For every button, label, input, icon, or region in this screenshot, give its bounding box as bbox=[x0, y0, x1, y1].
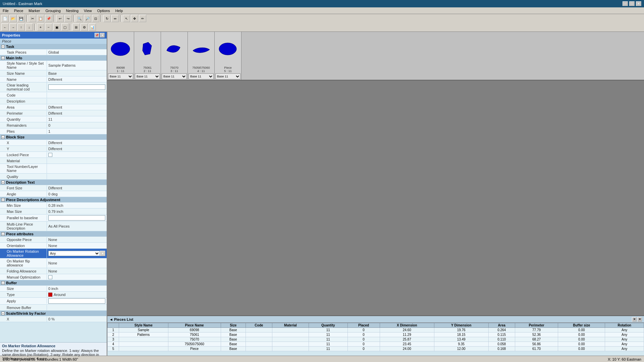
prop-parallel-baseline-label: Parallel to baseline bbox=[0, 215, 47, 221]
menu-options[interactable]: Options bbox=[95, 8, 113, 13]
prop-clear-leading-value[interactable] bbox=[47, 84, 107, 90]
toolbar-row-2: ← → ↑ ↓ + − ▣ ▢ ⊞ ⚙ 📊 bbox=[0, 23, 644, 32]
tb-sep-2 bbox=[54, 15, 55, 22]
section-desc-text[interactable]: − Description Text bbox=[0, 180, 107, 185]
tb-rotate[interactable]: ↻ bbox=[103, 15, 111, 22]
menu-grouping[interactable]: Grouping bbox=[43, 8, 63, 13]
prop-buffer-apply-value[interactable] bbox=[47, 298, 107, 304]
tb-save[interactable]: 💾 bbox=[17, 15, 25, 22]
section-main-info[interactable]: − Main Info bbox=[0, 55, 107, 61]
buffer-type-checkbox[interactable] bbox=[48, 293, 52, 297]
panel-controls: 📌 ✕ bbox=[95, 33, 105, 38]
piece-thumb-1-size-select[interactable]: Base 11 bbox=[108, 73, 133, 79]
tb-zoom-out[interactable]: 🔎 bbox=[84, 15, 91, 22]
prop-scale-x: X 0 % bbox=[0, 316, 107, 322]
tb-undo[interactable]: ↩ bbox=[56, 15, 64, 22]
maximize-button[interactable]: □ bbox=[629, 1, 635, 6]
close-button[interactable]: ✕ bbox=[636, 1, 641, 6]
parallel-baseline-input[interactable] bbox=[48, 215, 105, 221]
piece-thumb-3[interactable]: 750703 : 11 Base 11 bbox=[161, 32, 188, 80]
tb-settings[interactable]: ⚙ bbox=[80, 23, 88, 31]
tb-nest[interactable]: ⊞ bbox=[72, 23, 80, 31]
section-piece-attrs-collapse[interactable]: − bbox=[1, 232, 5, 236]
menu-marker[interactable]: Marker bbox=[26, 8, 43, 13]
tb-add[interactable]: + bbox=[37, 23, 44, 31]
section-block-size-collapse[interactable]: − bbox=[1, 135, 5, 139]
prop-clear-leading: Clear leading numerical cod bbox=[0, 82, 107, 92]
menu-piece[interactable]: Piece bbox=[11, 8, 26, 13]
locked-piece-checkbox[interactable] bbox=[48, 153, 52, 157]
panel-close-button[interactable]: ✕ bbox=[100, 33, 105, 38]
tb-new[interactable]: 📄 bbox=[1, 15, 9, 22]
pieces-list-close-btn[interactable]: ✕ bbox=[637, 317, 642, 322]
row-2-qty: 11 bbox=[309, 333, 348, 337]
tb-arrow-up[interactable]: ↑ bbox=[17, 23, 25, 31]
piece-thumb-3-svg bbox=[163, 36, 185, 62]
piece-thumb-5-size-select[interactable]: Base 11 bbox=[215, 73, 240, 79]
tb-cut[interactable]: ✂ bbox=[29, 15, 36, 22]
tb-fit[interactable]: ⊡ bbox=[92, 15, 99, 22]
pieces-list-expand-btn[interactable]: ✕ bbox=[632, 317, 637, 322]
tb-remove[interactable]: − bbox=[45, 23, 52, 31]
tb-arrow-right[interactable]: → bbox=[9, 23, 17, 31]
tb-zoom-in[interactable]: 🔍 bbox=[76, 15, 83, 22]
piece-thumb-2-size-select[interactable]: Base 11 bbox=[135, 73, 160, 79]
tb-move[interactable]: ✥ bbox=[131, 15, 138, 22]
tb-report[interactable]: 📊 bbox=[89, 23, 96, 31]
table-row[interactable]: 3 75070 Base 11 0 25.87 13.49 0.110 68.2… bbox=[108, 337, 644, 342]
manual-opt-checkbox[interactable] bbox=[48, 275, 52, 279]
tb-open[interactable]: 📂 bbox=[9, 15, 17, 22]
section-buffer[interactable]: − Buffer bbox=[0, 280, 107, 286]
tb-copy[interactable]: 📋 bbox=[37, 15, 44, 22]
menu-help[interactable]: Help bbox=[113, 8, 126, 13]
tb-arrow-left[interactable]: ← bbox=[1, 23, 9, 31]
piece-thumb-5[interactable]: Piece5 : 11 Base 11 bbox=[215, 32, 241, 80]
marker-rotation-dropdown[interactable]: Any None 1-way 2-way 4-way bbox=[48, 251, 100, 256]
section-piece-attrs[interactable]: − Piece attributes bbox=[0, 231, 107, 237]
tb-arrow-down[interactable]: ↓ bbox=[25, 23, 33, 31]
tb-select[interactable]: ↖ bbox=[123, 15, 130, 22]
table-row[interactable]: 2 Patterns 75061 Base 11 0 11.29 18.15 0… bbox=[108, 333, 644, 337]
section-scale-shrink-collapse[interactable]: − bbox=[1, 312, 5, 315]
row-1-perim: 77.79 bbox=[515, 328, 558, 333]
section-block-size[interactable]: − Block Size bbox=[0, 134, 107, 140]
prop-angle: Angle 0 deg bbox=[0, 191, 107, 197]
piece-thumb-1[interactable]: 890981 : 11 Base 11 bbox=[107, 32, 134, 80]
table-row[interactable]: 5 Piece Base 11 0 24.00 12.00 0.168 61.7… bbox=[108, 347, 644, 351]
section-buffer-collapse[interactable]: − bbox=[1, 281, 5, 285]
minimize-button[interactable]: ─ bbox=[623, 1, 628, 6]
section-task-collapse[interactable]: − bbox=[1, 45, 5, 48]
menu-file[interactable]: File bbox=[0, 8, 11, 13]
tb-redo[interactable]: ↪ bbox=[64, 15, 72, 22]
section-piece-desc-adj-collapse[interactable]: − bbox=[1, 198, 5, 201]
tb-draw[interactable]: ✏ bbox=[139, 15, 146, 22]
col-num bbox=[108, 323, 119, 328]
prop-plies-value: 1 bbox=[47, 129, 107, 134]
piece-thumb-2[interactable]: 750612 : 11 Base 11 bbox=[134, 32, 161, 80]
marker-rotation-dropdown-btn[interactable]: ▼ bbox=[100, 251, 105, 256]
section-desc-text-collapse[interactable]: − bbox=[1, 181, 5, 184]
tb-paste[interactable]: 📌 bbox=[45, 15, 52, 22]
menu-nesting[interactable]: Nesting bbox=[63, 8, 81, 13]
tb-group[interactable]: ▣ bbox=[53, 23, 60, 31]
section-scale-shrink[interactable]: − Scale/Shrink by Factor bbox=[0, 311, 107, 316]
piece-thumb-4-size-select[interactable]: Base 11 bbox=[189, 73, 214, 79]
piece-thumb-3-size-select[interactable]: Base 11 bbox=[162, 73, 187, 79]
prop-name: Name Different bbox=[0, 76, 107, 82]
buffer-apply-input[interactable] bbox=[48, 298, 105, 304]
tb-ungroup[interactable]: ▢ bbox=[61, 23, 68, 31]
main-canvas[interactable] bbox=[107, 80, 644, 315]
row-1-buf: 0.00 bbox=[558, 328, 605, 333]
tb-flip[interactable]: ⇔ bbox=[111, 15, 119, 22]
piece-thumb-4[interactable]: 75056\750604 : 11 Base 11 bbox=[188, 32, 215, 80]
table-row[interactable]: 4 75056\75060 Base 11 0 23.45 9.35 0.058… bbox=[108, 342, 644, 347]
table-row[interactable]: 1 Sample 69098 Base 11 0 24.60 19.76 0.2… bbox=[108, 328, 644, 333]
menu-view[interactable]: View bbox=[81, 8, 95, 13]
clear-leading-input[interactable] bbox=[48, 84, 105, 90]
prop-parallel-baseline-value[interactable] bbox=[47, 215, 107, 221]
section-main-info-collapse[interactable]: − bbox=[1, 56, 5, 60]
toolbar-row-1: 📄 📂 💾 ✂ 📋 📌 ↩ ↪ 🔍 🔎 ⊡ ↻ ⇔ ↖ ✥ ✏ bbox=[0, 14, 644, 23]
section-task[interactable]: − Task bbox=[0, 44, 107, 49]
panel-pin-button[interactable]: 📌 bbox=[95, 33, 99, 38]
section-piece-desc-adj[interactable]: − Piece Descriptions Adjustment bbox=[0, 197, 107, 202]
